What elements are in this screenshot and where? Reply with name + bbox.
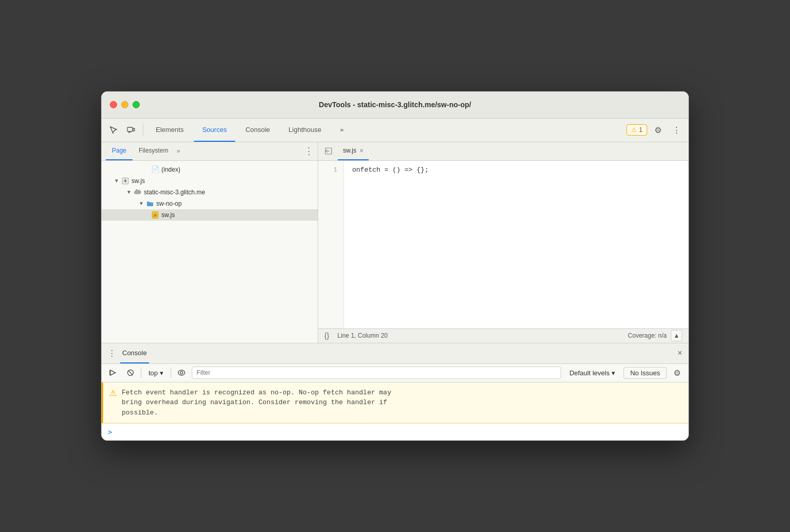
levels-arrow: ▾ <box>612 369 615 377</box>
panel-more-tabs[interactable]: » <box>176 147 180 155</box>
filter-input[interactable] <box>192 367 561 379</box>
levels-label: Default levels <box>569 369 610 377</box>
tab-filesystem[interactable]: Filesystem <box>133 142 174 160</box>
coverage-text: Coverage: n/a <box>628 332 667 339</box>
line-numbers: 1 <box>318 161 344 328</box>
tree-item-label: static-misc-3.glitch.me <box>144 189 205 196</box>
tab-more[interactable]: » <box>332 118 352 142</box>
window-title: DevTools - static-misc-3.glitch.me/sw-no… <box>319 101 471 109</box>
tree-arrow: ▼ <box>139 201 144 206</box>
device-toggle-button[interactable] <box>123 122 139 138</box>
tree-item-sw-js[interactable]: JS sw.js <box>102 209 318 221</box>
tree-item-sw-no-op[interactable]: ▼ sw-no-op <box>102 198 318 209</box>
context-label: top <box>149 369 158 377</box>
devtools-window: DevTools - static-misc-3.glitch.me/sw-no… <box>101 91 689 441</box>
more-menu-icon: ⋮ <box>672 125 681 135</box>
svg-text:JS: JS <box>153 213 157 217</box>
console-header: ⋮ Console × <box>102 343 688 364</box>
console-content: ⚠ Fetch event handler is recognized as n… <box>102 383 688 441</box>
console-prompt: > <box>108 428 112 436</box>
tab-page[interactable]: Page <box>106 142 133 160</box>
tree-item-domain[interactable]: ▼ static-misc-3.glitch.me <box>102 187 318 198</box>
console-menu-icon[interactable]: ⋮ <box>108 348 116 358</box>
toolbar-divider <box>143 124 143 136</box>
content-area: Page Filesystem » ⋮ 📄 (index) ▼ <box>102 142 688 343</box>
tab-console[interactable]: Console <box>237 118 278 142</box>
tree-item-sw-root[interactable]: ▼ sw.js <box>102 175 318 187</box>
tab-elements[interactable]: Elements <box>147 118 192 142</box>
format-icon[interactable]: {} <box>324 331 329 340</box>
settings-button[interactable]: ⚙ <box>650 122 666 138</box>
tree-arrow: ▼ <box>114 178 119 184</box>
tree-arrow: ▼ <box>126 189 131 195</box>
tree-item-label: sw.js <box>131 177 145 185</box>
cursor-position: Line 1, Column 20 <box>337 332 387 339</box>
warning-message: ⚠ Fetch event handler is recognized as n… <box>102 383 688 424</box>
console-toolbar: top ▾ Default levels ▾ No Issues ⚙ <box>102 364 688 383</box>
code-area: 1 onfetch = () => {}; <box>318 161 688 328</box>
svg-rect-1 <box>133 128 135 131</box>
status-bar: {} Line 1, Column 20 Coverage: n/a ▲ <box>318 328 688 343</box>
run-script-button[interactable] <box>106 365 120 380</box>
close-button[interactable] <box>110 101 117 108</box>
context-selector[interactable]: top ▾ <box>144 368 168 378</box>
editor-tab-label: sw.js <box>343 147 356 154</box>
warning-triangle-icon: ⚠ <box>109 388 117 398</box>
console-settings-button[interactable]: ⚙ <box>670 365 684 380</box>
scroll-up-button[interactable]: ▲ <box>671 330 682 341</box>
left-panel: Page Filesystem » ⋮ 📄 (index) ▼ <box>102 142 318 343</box>
svg-rect-0 <box>127 127 133 131</box>
warning-icon: ⚠ <box>631 126 637 134</box>
code-content[interactable]: onfetch = () => {}; <box>344 161 688 328</box>
maximize-button[interactable] <box>133 101 140 108</box>
eye-button[interactable] <box>174 365 189 380</box>
folder-icon <box>146 200 154 208</box>
inspect-element-button[interactable] <box>106 122 121 138</box>
gear-file-icon <box>121 177 129 185</box>
svg-point-13 <box>178 370 185 375</box>
svg-line-12 <box>128 371 133 375</box>
issues-button[interactable]: No Issues <box>623 367 667 379</box>
console-title-tab[interactable]: Console <box>120 343 149 363</box>
svg-point-14 <box>180 372 183 374</box>
tree-item-label: sw.js <box>161 211 175 219</box>
file-icon: 📄 <box>151 165 159 174</box>
title-bar: DevTools - static-misc-3.glitch.me/sw-no… <box>102 92 688 119</box>
console-input-line: > <box>102 423 688 440</box>
console-divider-2 <box>171 368 171 378</box>
levels-selector[interactable]: Default levels ▾ <box>564 368 620 378</box>
more-menu-button[interactable]: ⋮ <box>669 122 684 138</box>
editor-tab-close[interactable]: × <box>359 146 364 155</box>
tree-item-label: sw-no-op <box>156 200 182 207</box>
file-tree: 📄 (index) ▼ sw.js ▼ <box>102 161 318 343</box>
block-button[interactable] <box>123 365 138 380</box>
editor-back-button[interactable] <box>322 145 335 157</box>
console-panel: ⋮ Console × top ▾ <box>102 343 688 441</box>
warning-badge[interactable]: ⚠ 1 <box>627 124 647 136</box>
code-line-1: onfetch = () => {}; <box>352 165 680 175</box>
cloud-icon <box>134 188 142 196</box>
panel-tabs: Page Filesystem » ⋮ <box>102 142 318 161</box>
traffic-lights <box>110 101 140 108</box>
toolbar-right: ⚠ 1 ⚙ ⋮ <box>627 122 684 138</box>
main-toolbar: Elements Sources Console Lighthouse » ⚠ … <box>102 119 688 142</box>
warning-text: Fetch event handler is recognized as no-… <box>122 388 391 418</box>
js-file-icon: JS <box>151 211 159 219</box>
tab-lighthouse[interactable]: Lighthouse <box>281 118 330 142</box>
tab-sources[interactable]: Sources <box>194 118 235 142</box>
editor-tabs: sw.js × <box>318 142 688 161</box>
editor-tab-sw-js[interactable]: sw.js × <box>338 142 369 160</box>
right-panel: sw.js × 1 onfetch = () => {}; {} Line 1,… <box>318 142 688 343</box>
settings-icon: ⚙ <box>654 125 662 135</box>
context-arrow: ▾ <box>160 369 163 377</box>
panel-menu-button[interactable]: ⋮ <box>304 145 314 157</box>
svg-marker-9 <box>110 370 116 375</box>
minimize-button[interactable] <box>121 101 128 108</box>
status-bar-right: Coverage: n/a ▲ <box>628 330 682 341</box>
console-close-button[interactable]: × <box>678 348 682 358</box>
tree-item-index[interactable]: 📄 (index) <box>102 164 318 175</box>
warning-count: 1 <box>639 126 643 134</box>
console-divider <box>141 368 141 378</box>
tree-item-label: (index) <box>161 166 180 173</box>
line-number-1: 1 <box>318 165 343 175</box>
